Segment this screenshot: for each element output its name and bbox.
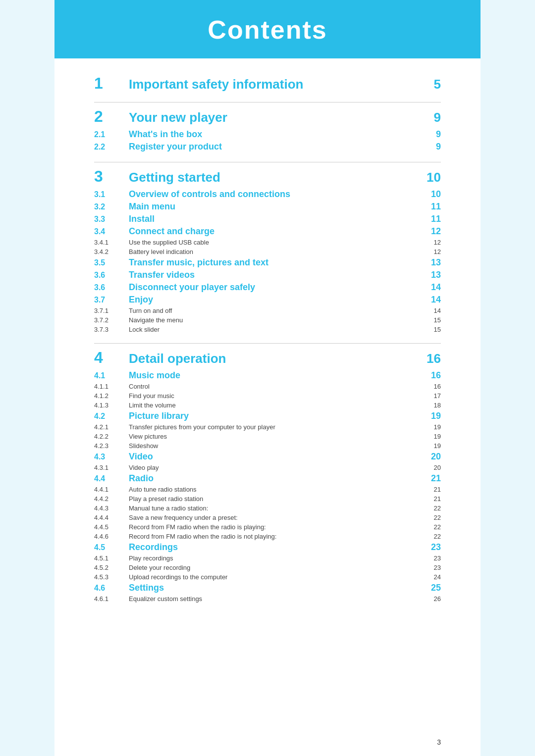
toc-title-s4-6: Settings bbox=[129, 583, 421, 593]
toc-num-s4-5-2: 4.5.2 bbox=[94, 564, 129, 571]
toc-num-s3-4: 3.4 bbox=[94, 227, 129, 236]
toc-page-s4-4-4: 22 bbox=[421, 514, 441, 521]
toc-page-s3-4: 12 bbox=[421, 226, 441, 237]
toc-item-s4-2-1: 4.2.1Transfer pictures from your compute… bbox=[94, 422, 441, 432]
toc-item-s2-2: 2.2Register your product9 bbox=[94, 141, 441, 153]
toc-item-s3-7-2: 3.7.2Navigate the menu15 bbox=[94, 315, 441, 325]
toc-title-s4-4-5: Record from FM radio when the radio is p… bbox=[129, 523, 421, 531]
toc-page-s3-2: 11 bbox=[421, 202, 441, 212]
toc-title-s3-4: Connect and charge bbox=[129, 226, 421, 237]
toc-item-s4-6: 4.6Settings25 bbox=[94, 582, 441, 594]
toc-item-s3-4-2: 3.4.2Battery level indication12 bbox=[94, 247, 441, 256]
toc-title-s1: Important safety information bbox=[129, 77, 421, 92]
toc-title-s4-2: Picture library bbox=[129, 411, 421, 421]
toc-num-s2: 2 bbox=[94, 108, 129, 124]
toc-page-s4-2-2: 19 bbox=[421, 433, 441, 440]
toc-page-s4-1-3: 18 bbox=[421, 402, 441, 409]
toc-num-s4-6: 4.6 bbox=[94, 584, 129, 593]
toc-title-s4-6-1: Equalizer custom settings bbox=[129, 595, 421, 603]
toc-num-s2-1: 2.1 bbox=[94, 130, 129, 139]
toc-num-s4-4-3: 4.4.3 bbox=[94, 504, 129, 512]
toc-page-s4-3: 20 bbox=[421, 452, 441, 462]
section-s4: 4Detail operation164.1Music mode164.1.1C… bbox=[94, 349, 441, 604]
toc-title-s3: Getting started bbox=[129, 170, 421, 185]
toc-num-s4-6-1: 4.6.1 bbox=[94, 595, 129, 603]
toc-item-s3-3: 3.3Install11 bbox=[94, 213, 441, 225]
toc-page-s3-1: 10 bbox=[421, 189, 441, 200]
toc-title-s3-5: Transfer music, pictures and text bbox=[129, 257, 421, 268]
toc-item-s4-2: 4.2Picture library19 bbox=[94, 410, 441, 422]
toc-title-s4-5-1: Play recordings bbox=[129, 554, 421, 562]
toc-page-s4-5-2: 23 bbox=[421, 564, 441, 571]
toc-page-s4-5-1: 23 bbox=[421, 554, 441, 562]
toc-num-s4-4: 4.4 bbox=[94, 474, 129, 483]
toc-page-s4-4-5: 22 bbox=[421, 523, 441, 531]
toc-num-s4-4-5: 4.4.5 bbox=[94, 523, 129, 531]
toc-title-s3-7-1: Turn on and off bbox=[129, 307, 421, 314]
table-of-contents: 1Important safety information52Your new … bbox=[54, 74, 481, 604]
toc-page-s1: 5 bbox=[421, 77, 441, 92]
toc-page-s4-4-1: 21 bbox=[421, 486, 441, 493]
toc-item-s3-6b: 3.6Disconnect your player safely14 bbox=[94, 281, 441, 294]
toc-item-s3-1: 3.1Overview of controls and connections1… bbox=[94, 188, 441, 201]
toc-item-s4-5-3: 4.5.3Upload recordings to the computer24 bbox=[94, 572, 441, 582]
toc-num-s3-1: 3.1 bbox=[94, 190, 129, 199]
toc-item-s4-5: 4.5Recordings23 bbox=[94, 541, 441, 554]
toc-page-s4-5-3: 24 bbox=[421, 573, 441, 581]
toc-page-s2-2: 9 bbox=[421, 142, 441, 152]
toc-item-s3-4-1: 3.4.1Use the supplied USB cable12 bbox=[94, 238, 441, 247]
section-s2: 2Your new player92.1What's in the box92.… bbox=[94, 107, 441, 153]
page: Contents 1Important safety information52… bbox=[54, 0, 481, 756]
toc-item-s4: 4Detail operation16 bbox=[94, 349, 441, 367]
section-s1: 1Important safety information5 bbox=[94, 74, 441, 93]
page-title: Contents bbox=[54, 15, 481, 45]
toc-num-s4-3: 4.3 bbox=[94, 453, 129, 461]
toc-item-s4-4-4: 4.4.4Save a new frequency under a preset… bbox=[94, 513, 441, 522]
toc-title-s4-5-3: Upload recordings to the computer bbox=[129, 573, 421, 581]
toc-item-s4-2-3: 4.2.3Slideshow19 bbox=[94, 441, 441, 451]
toc-item-s4-2-2: 4.2.2View pictures19 bbox=[94, 432, 441, 441]
toc-num-s3: 3 bbox=[94, 168, 129, 184]
toc-page-s4-3-1: 20 bbox=[421, 464, 441, 471]
toc-title-s4-4: Radio bbox=[129, 473, 421, 484]
toc-title-s4-2-3: Slideshow bbox=[129, 442, 421, 450]
toc-num-s4-4-6: 4.4.6 bbox=[94, 533, 129, 540]
toc-num-s3-7-1: 3.7.1 bbox=[94, 307, 129, 314]
toc-title-s3-4-2: Battery level indication bbox=[129, 248, 421, 255]
toc-page-s4-6: 25 bbox=[421, 583, 441, 593]
toc-title-s2-2: Register your product bbox=[129, 142, 421, 152]
toc-page-s2-1: 9 bbox=[421, 129, 441, 140]
toc-num-s4-2-2: 4.2.2 bbox=[94, 433, 129, 440]
toc-num-s4-2-3: 4.2.3 bbox=[94, 442, 129, 450]
toc-item-s3-4: 3.4Connect and charge12 bbox=[94, 225, 441, 238]
section-inner-s3: 3.1Overview of controls and connections1… bbox=[94, 188, 441, 334]
toc-num-s4-4-1: 4.4.1 bbox=[94, 486, 129, 493]
toc-title-s3-6a: Transfer videos bbox=[129, 270, 421, 280]
toc-item-s4-3-1: 4.3.1Video play20 bbox=[94, 463, 441, 472]
toc-num-s4-4-2: 4.4.2 bbox=[94, 495, 129, 503]
toc-title-s3-7-3: Lock slider bbox=[129, 326, 421, 333]
toc-num-s3-7-3: 3.7.3 bbox=[94, 326, 129, 333]
toc-num-s3-7: 3.7 bbox=[94, 296, 129, 304]
toc-item-s4-6-1: 4.6.1Equalizer custom settings26 bbox=[94, 594, 441, 604]
toc-num-s4-1-1: 4.1.1 bbox=[94, 383, 129, 390]
toc-item-s4-4-6: 4.4.6Record from FM radio when the radio… bbox=[94, 532, 441, 541]
toc-title-s2-1: What's in the box bbox=[129, 129, 421, 140]
toc-title-s3-1: Overview of controls and connections bbox=[129, 189, 421, 200]
toc-title-s2: Your new player bbox=[129, 110, 421, 125]
section-s3: 3Getting started103.1Overview of control… bbox=[94, 167, 441, 334]
toc-page-s3-4-1: 12 bbox=[421, 239, 441, 246]
toc-page-s4-2-1: 19 bbox=[421, 423, 441, 431]
toc-num-s3-3: 3.3 bbox=[94, 215, 129, 224]
toc-title-s4-5-2: Delete your recording bbox=[129, 564, 421, 571]
header: Contents bbox=[54, 0, 481, 58]
toc-title-s4-4-6: Record from FM radio when the radio is n… bbox=[129, 533, 421, 540]
toc-item-s4-3: 4.3Video20 bbox=[94, 451, 441, 463]
toc-page-s3-7-2: 15 bbox=[421, 316, 441, 324]
toc-num-s4-5-1: 4.5.1 bbox=[94, 554, 129, 562]
toc-num-s4-1: 4.1 bbox=[94, 371, 129, 380]
toc-num-s4-2: 4.2 bbox=[94, 412, 129, 421]
toc-title-s3-7-2: Navigate the menu bbox=[129, 316, 421, 324]
toc-num-s1: 1 bbox=[94, 75, 129, 91]
toc-title-s4-4-3: Manual tune a radio station: bbox=[129, 504, 421, 512]
